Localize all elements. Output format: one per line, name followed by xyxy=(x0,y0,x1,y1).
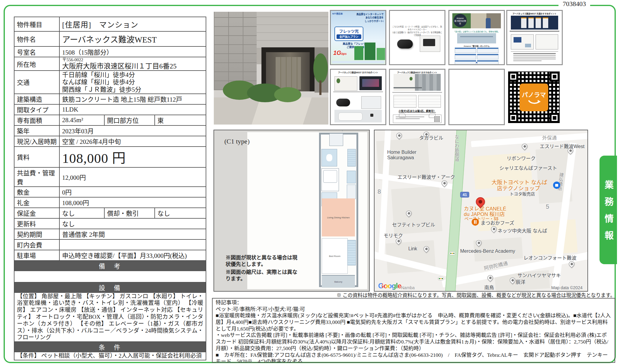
shopping-poi-pin[interactable] xyxy=(553,182,560,189)
flyer-amazon-okihai: Amazon 置き配対応物件 「置き配」は留守にいても玄関の前でも、荷物を受取。… xyxy=(448,10,505,65)
table-row: 専有面積 28.45m² 開口部方位 東 xyxy=(14,115,206,125)
tablet-screen xyxy=(362,79,379,87)
access-line: 関西線「ＪＲ難波」徒歩5分 xyxy=(62,86,203,93)
smartlock-diagram xyxy=(511,16,558,30)
bed-room: Bed Room xyxy=(322,238,348,274)
pet-allowed-text: 小型犬1匹または猫1匹、飼育可！ xyxy=(390,109,444,112)
place-label: モリモク xyxy=(384,232,403,239)
text-placeholder xyxy=(513,53,556,54)
table-row: 町内会費 xyxy=(14,239,206,250)
flyer-points-2: アーバネックス難波WEST おすすめポイント 小型犬1匹または猫1匹、飼育可！ xyxy=(389,69,445,125)
bedroom-label: Bed Room xyxy=(329,255,340,258)
row-value: 鉄筋コンクリート造 地上15階 総戸数112戸 xyxy=(59,94,206,104)
location-map[interactable]: なにわ筋側道 外保通 阿弥陀橋通 建弘橋筋 41 8 5 タカラビル エスリード… xyxy=(374,130,588,292)
osakagas-mark: ▣ xyxy=(449,61,504,63)
feature-photo xyxy=(511,34,534,49)
block-number: 5 xyxy=(546,203,549,210)
table-row: 所在地 〒556-0022 大阪府大阪市浪速区桜川１丁目6番25 xyxy=(14,57,206,71)
place-label: 南鳥 xyxy=(484,283,494,291)
floorplan-panel: (C1 type) ※図面が現状と異なる場合は現状優先とします。 ※図面の縮尺は… xyxy=(214,130,370,292)
property-spec-table: 物件種目 [住居用] マンション 物件名 アーバネックス難波WEST 号室名 1… xyxy=(14,17,206,360)
photo-tree-trunk xyxy=(319,81,321,95)
text-placeholder xyxy=(510,31,559,32)
row-value: 〒556-0022 大阪府大阪市浪速区桜川１丁目6番25 xyxy=(59,57,206,71)
tablet-art xyxy=(525,44,531,47)
flyer-thumbnails: NTT西日本 高品質なインターネットで あなたの新生活を しっかりサポート! フ… xyxy=(330,10,565,126)
gyomu-joho-tab[interactable]: 業務情報 xyxy=(599,156,617,264)
entrance-area xyxy=(329,133,343,146)
table-row: 建築構造 鉄筋コンクリート造 地上15階 総戸数112戸 xyxy=(14,94,206,104)
flyer-title: アーバネックス難波WEST おすすめポイント xyxy=(390,71,444,74)
powder-space xyxy=(347,185,356,199)
qr-finder xyxy=(549,71,560,82)
amazon-badge: Amazon 置き配対応物件 xyxy=(454,14,467,27)
catch-line: あなたの新生活を xyxy=(356,16,384,19)
place-label: サンハイツヤマサキ xyxy=(517,271,561,279)
panorama-qr-code[interactable]: パノラマ xyxy=(508,71,560,123)
text-placeholder xyxy=(513,55,556,56)
flyer-title: アーバネックス難波WEST おすすめポイント xyxy=(331,71,385,74)
row-value: 108,000円 xyxy=(59,197,206,208)
row-value: 1LDK xyxy=(59,104,206,115)
kitchen-counter xyxy=(394,87,422,88)
place-label: セフティトップビル xyxy=(392,221,435,228)
section-header-row: 設 備 xyxy=(14,282,206,293)
row-label: 開口部方位 xyxy=(104,115,155,125)
flyer-building-art xyxy=(365,43,375,60)
bath-tv-art xyxy=(370,114,373,117)
row-label: 現況/入居時期 xyxy=(14,136,59,147)
row-label: 償却・敷引 xyxy=(104,208,155,218)
row-value: [住居用] マンション xyxy=(59,17,206,31)
table-row: 物件名 アーバネックス難波WEST xyxy=(14,31,206,46)
qr-finder xyxy=(549,113,560,123)
okihai-lead-text: 「置き配」は留守にいても玄関の前でも、荷物を受取。 xyxy=(449,30,504,33)
row-label: 保証金 xyxy=(14,208,59,218)
gyomu-joho-tab-label: 業務情報 xyxy=(602,172,615,248)
tablet-photo xyxy=(359,76,382,90)
place-label: シャリエなんばファースト xyxy=(499,164,557,171)
row-value: 普通借家 2年間 xyxy=(59,229,206,239)
road-label: 外保通 xyxy=(542,134,557,141)
special-notes-box: 特記事項： ペット:可/事務所:不可/小型犬:可/猫:可 ■浴室暖房乾燥機・ガス… xyxy=(212,298,615,363)
google-logo[interactable]: Google xyxy=(378,282,401,290)
speaker-notice-text: こちらの号室（1・2・7・8号室）は浴室テレビがなく、防水モバイルスピーカー 1… xyxy=(392,25,443,37)
flyer-common-points: アーバネックス難波WEST 共通おすすめポイント xyxy=(506,10,563,65)
step-cell xyxy=(477,54,498,59)
row-value: 12,000円 xyxy=(59,167,206,187)
text-placeholder xyxy=(392,92,442,93)
row-value: なし xyxy=(155,208,206,218)
map-block xyxy=(530,219,577,255)
floorplan-notes: ※図面が現状と異なる場合は現状優先とします。 ※図面の縮尺は、実際とは異なります… xyxy=(226,255,301,283)
row-value: なし xyxy=(59,218,206,229)
table-row xyxy=(14,271,206,282)
balcony: Balcony xyxy=(322,275,355,288)
photo-tree xyxy=(313,53,328,83)
row-label: 更新料 xyxy=(14,218,59,229)
photo-entrance-door xyxy=(276,57,301,90)
kitchen-photo xyxy=(394,74,441,91)
flyer-fletz-hikari: NTT西日本 高品質なインターネットで あなたの新生活を しっかりサポート! フ… xyxy=(330,10,386,65)
bathtub-art xyxy=(338,112,363,120)
map-copyright: Map data ©2024 xyxy=(551,285,583,290)
floorplan-note: ※図面の縮尺は、実際とは異なります。 xyxy=(226,269,301,282)
speed-label: 1Gbps xyxy=(333,49,346,56)
photo-entrance-beam xyxy=(261,47,315,52)
address-text: 大阪府大阪市浪速区桜川１丁目6番25 xyxy=(62,62,203,70)
text-placeholder xyxy=(333,91,383,92)
door-art xyxy=(543,17,548,28)
flyer-speaker-notice: こちらの号室（1・2・7・8号室）は浴室テレビがなく、防水モバイルスピーカー 1… xyxy=(389,10,445,65)
access-line: なんば線「桜川」徒歩4分 xyxy=(62,78,203,86)
map-pin[interactable] xyxy=(395,131,403,140)
badge-line: 置き配対応物件 xyxy=(454,20,467,25)
restaurant-poi-pin[interactable] xyxy=(472,218,479,226)
row-value xyxy=(59,239,206,250)
traffic-light-icon xyxy=(438,277,444,280)
table-row: 駐車場 申込時空き確認要/【平面】月33,000円(税込) xyxy=(14,250,206,261)
section-header-row: 条 件 xyxy=(14,342,206,352)
floorplan-unit: Living Dining Kitchen Bed Room Balcony xyxy=(319,133,358,287)
catch-line: しっかりサポート! xyxy=(356,20,384,23)
washer-space xyxy=(347,171,356,183)
property-sheet: 7038403 業務情報 物件種目 [住居用] マンション 物件名 アーバネック… xyxy=(0,0,620,364)
table-row: 築年 2023年03月 xyxy=(14,125,206,136)
qr-finder xyxy=(508,71,518,82)
